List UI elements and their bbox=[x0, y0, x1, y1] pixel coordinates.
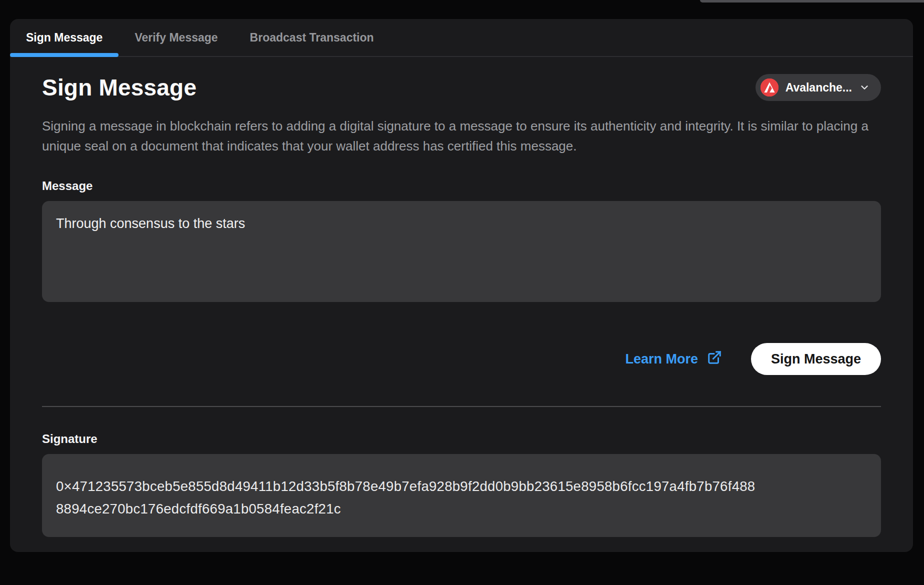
message-value: Through consensus to the stars bbox=[56, 216, 245, 231]
tab-bar: Sign Message Verify Message Broadcast Tr… bbox=[10, 19, 913, 57]
card-content: Sign Message Avalanche... Signing a bbox=[10, 57, 913, 537]
active-tab-underline bbox=[10, 53, 118, 57]
tab-label: Sign Message bbox=[26, 31, 102, 44]
actions-row: Learn More Sign Message bbox=[42, 343, 881, 375]
sign-message-button[interactable]: Sign Message bbox=[751, 343, 881, 375]
message-field-label: Message bbox=[42, 179, 881, 193]
signature-value: 0×471235573bceb5e855d8d49411b12d33b5f8b7… bbox=[56, 475, 756, 520]
header-row: Sign Message Avalanche... bbox=[42, 74, 881, 101]
chevron-down-icon bbox=[859, 82, 870, 93]
signature-output: 0×471235573bceb5e855d8d49411b12d33b5f8b7… bbox=[42, 454, 881, 537]
section-divider bbox=[42, 406, 881, 407]
tab-broadcast-transaction[interactable]: Broadcast Transaction bbox=[234, 19, 390, 56]
page-title: Sign Message bbox=[42, 74, 196, 101]
learn-more-link[interactable]: Learn More bbox=[625, 350, 722, 368]
tab-label: Verify Message bbox=[134, 31, 218, 44]
network-label: Avalanche... bbox=[786, 81, 852, 94]
window-edge-fragment bbox=[700, 0, 924, 2]
external-link-icon[interactable] bbox=[707, 350, 722, 368]
network-selector[interactable]: Avalanche... bbox=[756, 74, 881, 101]
avalanche-logo-icon bbox=[760, 78, 778, 96]
learn-more-label: Learn More bbox=[625, 352, 698, 367]
page-description: Signing a message in blockchain refers t… bbox=[42, 116, 881, 156]
tab-sign-message[interactable]: Sign Message bbox=[10, 19, 118, 56]
sign-message-card: Sign Message Verify Message Broadcast Tr… bbox=[10, 19, 913, 552]
message-input[interactable]: Through consensus to the stars bbox=[42, 201, 881, 302]
signature-field-label: Signature bbox=[42, 432, 881, 446]
tab-verify-message[interactable]: Verify Message bbox=[118, 19, 234, 56]
tab-label: Broadcast Transaction bbox=[250, 31, 374, 44]
